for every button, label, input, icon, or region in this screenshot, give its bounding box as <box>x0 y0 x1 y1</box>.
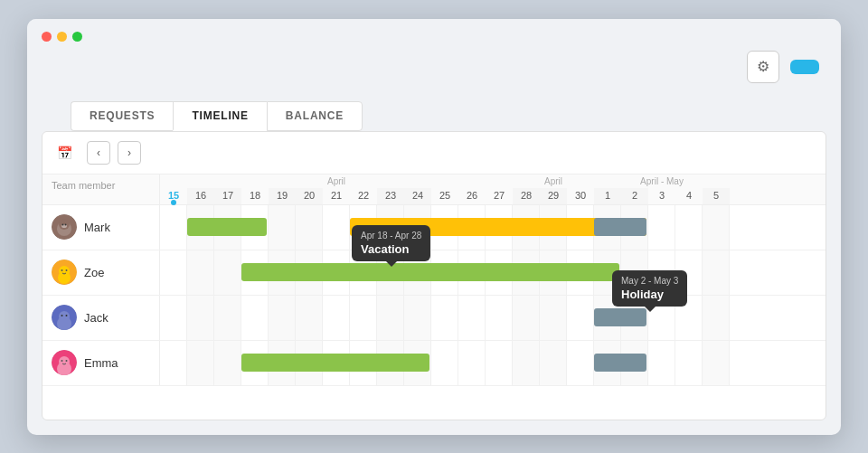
tabs-bar: REQUESTS TIMELINE BALANCE <box>27 83 841 131</box>
member-name: Zoe <box>84 266 104 279</box>
date-cell: 24 <box>404 188 431 204</box>
header-actions: ⚙ <box>747 51 819 83</box>
tooltip-label: Holiday <box>621 288 678 301</box>
month-label: April <box>160 175 513 188</box>
member-cell: Jack <box>42 296 160 340</box>
tabs: REQUESTS TIMELINE BALANCE <box>49 90 819 131</box>
app-window: ⚙ REQUESTS TIMELINE BALANCE 📅 ‹ › Team m… <box>27 19 841 435</box>
time-bar[interactable] <box>187 218 267 236</box>
avatar <box>52 350 77 375</box>
prev-date-button[interactable]: ‹ <box>87 141 110 165</box>
date-cell: 1 <box>594 188 621 204</box>
svg-point-22 <box>66 360 68 362</box>
time-bar[interactable] <box>241 354 429 372</box>
date-cell: 29 <box>540 188 567 204</box>
table-row: Emma <box>42 341 826 386</box>
table-row: Mark <box>42 205 826 250</box>
traffic-lights <box>42 32 82 42</box>
date-nav: 📅 ‹ › <box>42 132 826 175</box>
date-cell: 30 <box>567 188 594 204</box>
avatar <box>52 305 77 330</box>
content-panel: 📅 ‹ › Team memberAprilAprilApril - May15… <box>42 131 826 420</box>
title-bar <box>27 19 841 42</box>
holiday-tooltip: May 2 - May 3Holiday <box>612 270 687 307</box>
member-name: Mark <box>84 221 110 234</box>
month-label: April <box>513 175 594 188</box>
close-button[interactable] <box>42 32 52 42</box>
member-name: Jack <box>84 311 108 325</box>
svg-point-16 <box>61 315 63 316</box>
tab-requests[interactable]: REQUESTS <box>71 101 173 131</box>
date-cell: 4 <box>675 188 703 204</box>
date-cell: 18 <box>241 188 269 204</box>
date-cell: 20 <box>296 188 323 204</box>
bars-container <box>160 341 826 385</box>
date-cell: 3 <box>648 188 675 204</box>
date-cell: 27 <box>486 188 513 204</box>
bars-container <box>160 205 826 250</box>
svg-point-10 <box>58 271 71 284</box>
tab-balance[interactable]: BALANCE <box>267 101 363 131</box>
column-header-name: Team member <box>42 175 160 204</box>
bars-container <box>160 296 826 340</box>
time-bar[interactable] <box>241 263 619 281</box>
minimize-button[interactable] <box>57 32 67 42</box>
svg-point-11 <box>61 269 63 271</box>
header: ⚙ <box>27 42 841 83</box>
date-cell: 25 <box>431 188 458 204</box>
calendar-icon: 📅 <box>57 146 72 160</box>
date-cell: 21 <box>323 188 350 204</box>
bars-container <box>160 250 826 295</box>
timeline-header: Team memberAprilAprilApril - May15161718… <box>42 175 826 205</box>
avatar <box>52 214 77 240</box>
date-cell: 5 <box>703 188 730 204</box>
date-cell: 17 <box>214 188 241 204</box>
date-cell: 15 <box>160 188 187 204</box>
settings-button[interactable]: ⚙ <box>747 51 779 83</box>
svg-point-7 <box>65 224 67 226</box>
date-cell: 22 <box>350 188 377 204</box>
svg-point-12 <box>66 269 68 271</box>
avatar <box>52 260 77 285</box>
date-cell: 19 <box>269 188 296 204</box>
tooltip-date: Apr 18 - Apr 28 <box>361 231 421 241</box>
timeline: Team memberAprilAprilApril - May15161718… <box>42 175 826 420</box>
date-cell: 2 <box>621 188 648 204</box>
time-bar[interactable] <box>594 218 646 236</box>
time-bar[interactable] <box>594 354 646 372</box>
date-cell: 26 <box>458 188 486 204</box>
month-label: April - May <box>594 175 730 188</box>
date-cell: 16 <box>187 188 214 204</box>
vacation-tooltip: Apr 18 - Apr 28Vacation <box>352 225 430 261</box>
svg-point-6 <box>62 224 64 226</box>
member-cell: Zoe <box>42 250 160 295</box>
svg-point-17 <box>66 315 68 316</box>
maximize-button[interactable] <box>72 32 82 42</box>
table-row: Zoe <box>42 250 826 296</box>
gear-icon: ⚙ <box>757 58 769 75</box>
svg-point-21 <box>61 360 63 362</box>
table-row: Jack <box>42 296 826 341</box>
date-cell: 28 <box>513 188 540 204</box>
tab-timeline[interactable]: TIMELINE <box>173 101 266 131</box>
date-cell: 23 <box>377 188 404 204</box>
tooltip-date: May 2 - May 3 <box>621 276 678 286</box>
member-name: Emma <box>84 356 118 370</box>
tooltip-label: Vacation <box>361 242 421 256</box>
next-date-button[interactable]: › <box>118 141 141 165</box>
member-cell: Mark <box>42 205 160 250</box>
member-cell: Emma <box>42 341 160 385</box>
request-time-off-button[interactable] <box>790 60 819 74</box>
time-bar[interactable] <box>594 308 646 326</box>
